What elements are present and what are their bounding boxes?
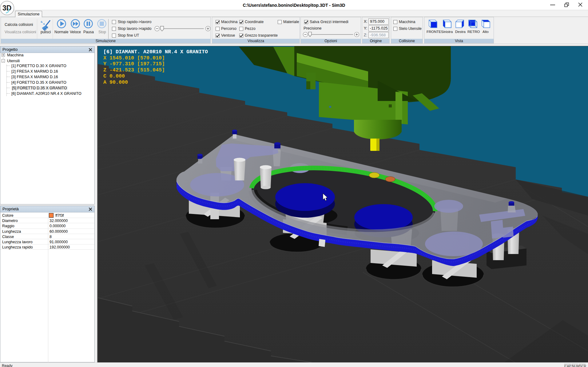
svg-text:X 1545.010 [570.010]: X 1545.010 [570.010]	[103, 55, 165, 61]
svg-text:[6] DIAMANT. A20R10 NR.4 X GRA: [6] DIAMANT. A20R10 NR.4 X GRANITO	[103, 49, 208, 55]
svg-text:Y -977.310 [197.715]: Y -977.310 [197.715]	[103, 61, 165, 67]
svg-text:Z -421.523 [515.045]: Z -421.523 [515.045]	[103, 67, 165, 73]
svg-text:C 0.000: C 0.000	[103, 73, 125, 79]
svg-text:3D: 3D	[2, 4, 11, 12]
svg-text:A 90.000: A 90.000	[103, 79, 128, 85]
